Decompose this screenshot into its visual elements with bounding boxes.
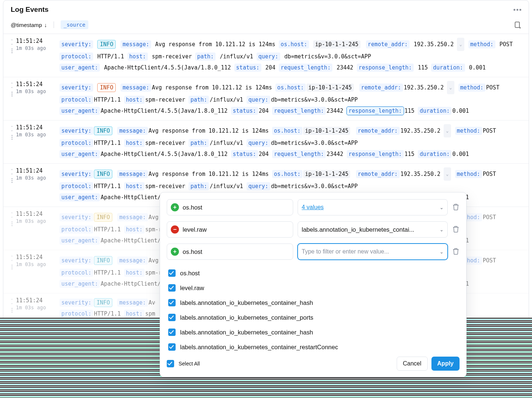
option-item[interactable]: level.raw: [167, 280, 460, 295]
apply-button[interactable]: Apply: [431, 357, 460, 371]
row-menu-icon[interactable]: [11, 48, 13, 54]
delete-row-button[interactable]: [452, 203, 460, 212]
include-icon: +: [171, 203, 179, 211]
option-item[interactable]: labels.annotation_io_kubernetes_containe…: [167, 295, 460, 310]
chevron-down-icon[interactable]: ⌄: [444, 167, 451, 181]
reorder-icon[interactable]: ⌃⌄: [10, 83, 13, 88]
value-select[interactable]: labels.annotation_io_kubernetes_contai..…: [298, 221, 448, 238]
option-item[interactable]: labels.annotation_io_kubernetes_containe…: [167, 325, 460, 340]
reorder-icon[interactable]: ⌃⌄: [10, 126, 13, 131]
severity-badge[interactable]: INFO: [97, 40, 116, 49]
delete-row-button[interactable]: [452, 248, 460, 256]
severity-badge[interactable]: INFO: [97, 83, 116, 92]
divider: [54, 21, 54, 28]
reorder-icon[interactable]: ⌃⌄: [10, 256, 13, 261]
page-title: Log Events: [11, 6, 48, 14]
chevron-down-icon: ⌄: [440, 205, 444, 210]
chevron-down-icon: ⌄: [440, 249, 444, 255]
more-menu-icon[interactable]: [514, 9, 521, 11]
option-item[interactable]: labels.annotation_io_kubernetes_containe…: [167, 340, 460, 354]
source-column-chip[interactable]: _source: [61, 20, 88, 29]
sort-desc-icon: ↓: [44, 22, 47, 28]
checkbox-icon[interactable]: [168, 343, 176, 351]
timestamp-column-header[interactable]: @timestamp ↓: [11, 22, 47, 28]
svg-rect-0: [515, 22, 519, 28]
checkbox-icon[interactable]: [168, 269, 176, 277]
option-item[interactable]: labels.annotation_io_kubernetes_containe…: [167, 310, 460, 325]
select-all-checkbox[interactable]: [167, 360, 174, 367]
row-menu-icon[interactable]: [11, 91, 13, 97]
filter-panel: + os.host 4 values ⌄ − level.raw labels.…: [160, 192, 467, 377]
row-menu-icon[interactable]: [11, 221, 13, 227]
chevron-down-icon: ⌄: [440, 227, 444, 232]
checkbox-icon[interactable]: [168, 284, 176, 292]
chevron-down-icon[interactable]: ⌄: [444, 124, 451, 137]
include-icon: +: [171, 248, 179, 256]
reorder-icon[interactable]: ⌃⌄: [10, 212, 13, 218]
log-row[interactable]: ⌃⌄ 11:51:24 1m 03s ago severity: INFO me…: [3, 34, 529, 77]
exclude-icon: −: [171, 225, 179, 234]
row-menu-icon[interactable]: [11, 307, 13, 313]
page-root: { "header": { "title": "Log Events", "ti…: [0, 0, 532, 398]
reorder-icon[interactable]: ⌃⌄: [10, 40, 13, 45]
chevron-down-icon[interactable]: ⌄: [457, 38, 464, 51]
option-item[interactable]: os.host: [167, 266, 460, 280]
filter-row-include: + os.host 4 values ⌄: [167, 199, 460, 215]
row-menu-icon[interactable]: [11, 177, 13, 184]
filter-row-exclude: − level.raw labels.annotation_io_kuberne…: [167, 221, 460, 238]
toolbar: @timestamp ↓ _source: [3, 18, 529, 34]
card-header: Log Events: [3, 0, 529, 18]
checkbox-icon[interactable]: [168, 299, 176, 306]
cancel-button[interactable]: Cancel: [397, 357, 428, 371]
checkbox-icon[interactable]: [168, 329, 176, 336]
value-select[interactable]: 4 values ⌄: [298, 199, 448, 215]
filter-value-input[interactable]: [302, 248, 436, 255]
reorder-icon[interactable]: ⌃⌄: [10, 169, 13, 174]
log-row[interactable]: ⌃⌄ 11:51:241m 03s ago severity:INFO mess…: [3, 120, 529, 164]
row-menu-icon[interactable]: [11, 264, 13, 270]
reorder-icon[interactable]: ⌃⌄: [10, 299, 13, 304]
delete-row-button[interactable]: [452, 225, 460, 234]
filter-row-include-new: + os.host ⌄: [167, 244, 460, 260]
value-input[interactable]: ⌄: [298, 244, 448, 260]
option-list: os.host level.raw labels.annotation_io_k…: [167, 266, 460, 354]
panel-footer: Select All Cancel Apply: [167, 357, 460, 371]
checkbox-icon[interactable]: [168, 314, 176, 321]
log-row[interactable]: ⌃⌄ 11:51:241m 03s ago severity: INFO mes…: [3, 77, 529, 120]
add-column-button[interactable]: [514, 21, 521, 28]
selected-field-chip[interactable]: response_length:: [347, 107, 404, 115]
row-menu-icon[interactable]: [11, 134, 13, 140]
chevron-down-icon[interactable]: ⌄: [447, 81, 454, 94]
